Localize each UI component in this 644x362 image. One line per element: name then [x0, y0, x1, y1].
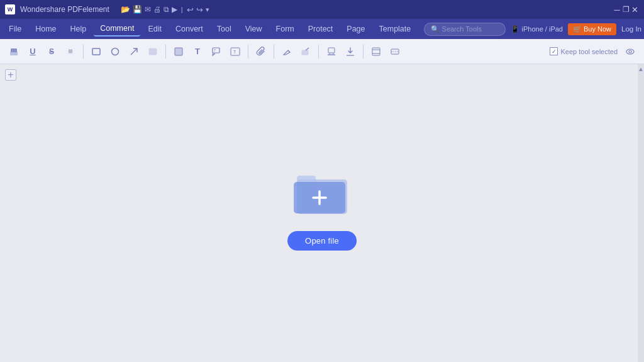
- menu-item-file[interactable]: File: [3, 22, 28, 36]
- highlight-tool[interactable]: [5, 43, 23, 60]
- menu-bar-right: 🔍 Search Tools 📱 iPhone / iPad 🛒 Buy Now…: [424, 23, 641, 36]
- open-file-button[interactable]: Open file: [287, 230, 357, 250]
- svg-rect-16: [328, 54, 335, 55]
- window-icon[interactable]: ⧉: [164, 5, 169, 14]
- menu-item-protect[interactable]: Protect: [302, 22, 340, 36]
- maximize-button[interactable]: ❐: [621, 0, 630, 19]
- window-controls: ─ ❐ ✕: [613, 0, 639, 19]
- svg-rect-20: [372, 48, 380, 55]
- title-bar: W Wondershare PDFelement 📂 💾 ✉ 🖨 ⧉ ▶ | ↩…: [0, 0, 644, 19]
- svg-rect-1: [11, 48, 17, 52]
- menu-item-edit[interactable]: Edit: [142, 22, 168, 36]
- folder-icon[interactable]: [294, 167, 350, 219]
- circle-tool[interactable]: [106, 43, 124, 60]
- divider-2: [165, 45, 166, 59]
- typewriter-tool[interactable]: T: [226, 43, 244, 60]
- redo-button[interactable]: ↪: [196, 5, 203, 14]
- keep-tool-selected-label[interactable]: ✓ Keep tool selected: [550, 47, 618, 55]
- search-tools-box[interactable]: 🔍 Search Tools: [424, 23, 506, 36]
- pencil-tool[interactable]: [278, 43, 296, 60]
- save-icon[interactable]: 💾: [133, 5, 142, 14]
- play-icon[interactable]: ▶: [172, 5, 177, 14]
- stamp-tool[interactable]: [323, 43, 340, 60]
- svg-text:T: T: [233, 50, 236, 54]
- svg-point-26: [629, 50, 631, 53]
- svg-rect-15: [328, 48, 335, 53]
- undo-button[interactable]: ↩: [187, 5, 194, 14]
- arrow-tool[interactable]: [125, 43, 143, 60]
- center-content: Open file: [287, 167, 357, 250]
- menu-item-template[interactable]: Template: [373, 22, 418, 36]
- buy-now-button[interactable]: 🛒 Buy Now: [568, 23, 616, 35]
- divider-1: [83, 45, 84, 59]
- canvas-area: + Open file ▲: [0, 64, 644, 362]
- phone-icon: 📱: [511, 25, 519, 33]
- menu-item-convert[interactable]: Convert: [169, 22, 209, 36]
- svg-point-3: [112, 48, 119, 55]
- text-format-tool[interactable]: ≡: [62, 43, 79, 60]
- menu-item-page[interactable]: Page: [340, 22, 371, 36]
- cart-icon: 🛒: [573, 25, 582, 33]
- divider-6: [363, 45, 364, 59]
- sticky-note-tool[interactable]: [170, 43, 187, 60]
- search-icon: 🔍: [431, 25, 440, 33]
- divider-3: [248, 45, 248, 59]
- menu-bar: File Home Help Comment Edit Convert Tool…: [0, 19, 644, 39]
- text-box-tool[interactable]: T: [189, 43, 206, 60]
- svg-line-12: [288, 50, 290, 52]
- keep-tool-checkbox[interactable]: ✓: [550, 47, 558, 55]
- eye-tool[interactable]: [621, 43, 639, 60]
- menu-item-form[interactable]: Form: [270, 22, 301, 36]
- svg-rect-13: [302, 50, 308, 55]
- menu-item-help[interactable]: Help: [64, 22, 93, 36]
- print-icon[interactable]: 🖨: [153, 5, 161, 14]
- eraser-tool[interactable]: [297, 43, 314, 60]
- buy-now-label: Buy Now: [584, 25, 611, 33]
- stamp2-tool[interactable]: [341, 43, 359, 60]
- menu-item-comment[interactable]: Comment: [94, 21, 140, 37]
- toolbar-right: ✓ Keep tool selected: [550, 43, 639, 60]
- email-icon[interactable]: ✉: [145, 5, 151, 14]
- qat-dropdown[interactable]: ▾: [206, 6, 209, 14]
- scroll-up-arrow[interactable]: ▲: [638, 65, 644, 73]
- svg-line-14: [306, 48, 309, 50]
- toolbar: U S ≡ T T T: [0, 39, 644, 64]
- menu-item-tool[interactable]: Tool: [211, 22, 238, 36]
- callout-tool[interactable]: T: [208, 43, 225, 60]
- attachment-tool[interactable]: [252, 43, 270, 60]
- search-tools-placeholder: Search Tools: [442, 25, 482, 33]
- strikethrough-tool[interactable]: S: [43, 43, 60, 60]
- rectangle-tool[interactable]: [87, 43, 105, 60]
- close-button[interactable]: ✕: [630, 0, 639, 19]
- svg-rect-6: [175, 48, 182, 55]
- area-highlight-tool[interactable]: [144, 43, 162, 60]
- add-page-button[interactable]: +: [5, 69, 16, 81]
- svg-point-25: [626, 49, 634, 54]
- svg-rect-5: [149, 48, 157, 55]
- login-button[interactable]: Log In: [621, 25, 641, 33]
- app-logo: W: [5, 4, 15, 14]
- watermark-tool[interactable]: [386, 43, 404, 60]
- divider-5: [318, 45, 319, 59]
- divider-4: [274, 45, 274, 59]
- underline-tool[interactable]: U: [24, 43, 42, 60]
- app-title: Wondershare PDFelement: [20, 5, 109, 14]
- scrollbar-right[interactable]: ▲: [638, 64, 644, 362]
- iphone-ipad-link[interactable]: 📱 iPhone / iPad: [511, 25, 563, 33]
- svg-text:T: T: [214, 48, 216, 52]
- menu-item-view[interactable]: View: [239, 22, 269, 36]
- open-file-icon[interactable]: 📂: [121, 5, 130, 14]
- iphone-ipad-label: iPhone / iPad: [522, 25, 563, 33]
- header-footer-tool[interactable]: [367, 43, 385, 60]
- svg-rect-19: [347, 55, 354, 56]
- menu-item-home[interactable]: Home: [29, 22, 62, 36]
- svg-line-4: [131, 48, 137, 55]
- minimize-button[interactable]: ─: [613, 0, 621, 19]
- svg-rect-2: [92, 48, 100, 55]
- keep-tool-text: Keep tool selected: [560, 48, 618, 55]
- title-bar-left: W Wondershare PDFelement 📂 💾 ✉ 🖨 ⧉ ▶ | ↩…: [5, 4, 209, 14]
